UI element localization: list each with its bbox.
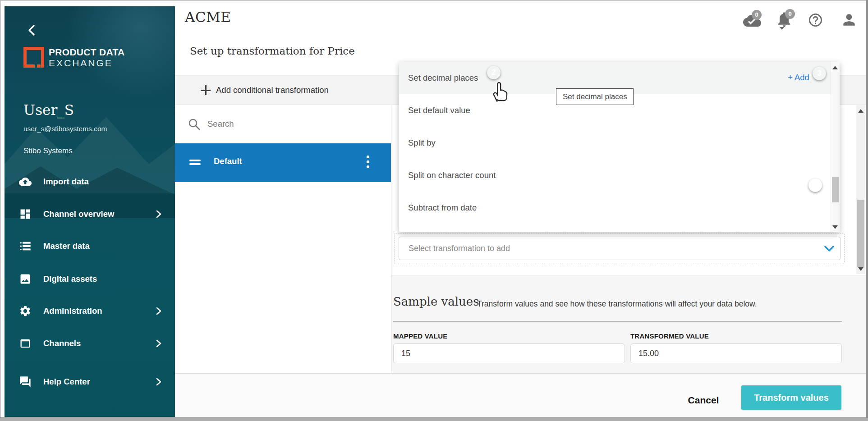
transformation-options-popup: Set decimal placesSet default valueSplit… [399,62,840,232]
user-organization: Stibo Systems [23,146,73,156]
sidebar-item-label: Channel overview [43,209,114,219]
sidebar-item-channel-overview[interactable]: Channel overview [5,198,175,230]
divider [393,321,842,322]
cloud-upload-icon [19,175,32,188]
drag-handle-icon [189,163,201,165]
logo-text-line1: PRODUCT DATA [49,47,124,58]
sidebar-item-digital-assets[interactable]: Digital assets [5,263,175,295]
add-transformation-link[interactable]: + Add [788,73,809,82]
kebab-menu-icon[interactable] [367,156,369,170]
panel-scrollbar-thumb[interactable] [857,200,864,267]
list-item-label: Default [214,156,242,166]
chat-icon [19,375,32,388]
sidebar-item-master-data[interactable]: Master data [5,230,175,262]
window-border [866,0,868,421]
transformed-value-input[interactable] [630,343,842,363]
chevron-down-icon[interactable] [824,246,834,252]
notifications-badge: 0 [785,9,795,19]
list-item-default[interactable]: Default [175,143,391,182]
popup-option-label: Subtract from date [408,203,477,213]
user-email: user_s@stibosystems.com [23,125,107,133]
image-icon [19,273,32,285]
callout-badge-2: 2 [487,66,501,79]
sample-values-description: Transform values and see how these trans… [477,299,757,309]
app-window: PRODUCT DATA EXCHANGE User_S user_s@stib… [0,0,868,421]
popup-option-label: Set decimal places [408,73,478,83]
list-icon [19,240,32,252]
sidebar-item-label: Help Center [43,377,90,387]
scroll-up-arrow-icon[interactable] [832,66,838,69]
sidebar-item-label: Digital assets [43,274,97,284]
window-border [0,417,868,421]
popup-option-split-on-character-count[interactable]: Split on character count [399,159,831,192]
popup-option-list: Set decimal placesSet default valueSplit… [399,62,840,224]
grid-icon [19,208,32,220]
callout-badge-3: 3 [813,67,826,80]
mapped-value-label: MAPPED VALUE [393,332,447,340]
panel-scrollbar[interactable] [856,105,865,274]
plus-icon [200,85,211,96]
option-tooltip: Set decimal places [556,88,634,105]
sidebar-item-import-data[interactable]: Import data [5,165,175,198]
card-icon [19,337,32,350]
help-circle-icon[interactable] [808,12,823,28]
sample-values-title: Sample values [393,295,479,308]
tasks-badge: 0 [752,10,762,20]
sidebar-item-label: Channels [43,339,81,348]
callout-badge-1: 1 [808,178,822,192]
chevron-right-icon [156,339,161,348]
chevron-right-icon [156,210,161,218]
hand-cursor-icon [491,81,508,103]
logo-text-line2: EXCHANGE [49,58,113,69]
cancel-button[interactable]: Cancel [679,389,728,412]
search-input[interactable] [207,115,374,133]
select-transformation-dropdown[interactable]: Select transformation to add [399,237,840,260]
scroll-down-arrow-icon[interactable] [832,225,838,229]
sidebar-item-administration[interactable]: Administration [5,295,175,327]
mapped-value-input[interactable] [393,343,625,363]
popup-option-label: Set default value [408,105,470,115]
window-border [0,0,1,421]
notifications-caret-icon [780,27,784,30]
add-conditional-transformation-button[interactable]: Add conditional transformation [216,85,329,95]
pdx-logo-icon [23,47,44,68]
company-name: ACME [185,9,231,25]
popup-option-label: Split on character count [408,170,496,180]
sidebar-item-label: Master data [43,241,90,251]
gear-icon [19,305,32,317]
sidebar-item-label: Import data [43,177,89,187]
popup-scrollbar[interactable] [831,62,840,232]
drag-handle-icon[interactable] [189,160,201,161]
chevron-right-icon [156,307,161,315]
chevron-right-icon [156,378,161,386]
person-icon[interactable] [840,11,858,28]
popup-option-subtract-from-date[interactable]: Subtract from date [399,192,831,224]
popup-scrollbar-thumb[interactable] [832,177,839,202]
collapse-sidebar-icon[interactable] [27,24,37,36]
sidebar-item-label: Administration [43,306,102,316]
sidebar-item-help-center[interactable]: Help Center [5,366,175,398]
page-title: Set up transformation for Price [190,45,355,57]
popup-option-split-by[interactable]: Split by [399,127,831,159]
user-name: User_S [23,102,74,118]
popup-option-label: Split by [408,138,436,148]
transformed-value-label: TRANSFORMED VALUE [630,332,709,340]
scroll-down-arrow-icon[interactable] [858,267,863,271]
search-row [175,105,391,143]
window-border [0,0,868,1]
sidebar-item-channels[interactable]: Channels [5,327,175,360]
search-icon [188,118,200,130]
sidebar: PRODUCT DATA EXCHANGE User_S user_s@stib… [5,6,175,417]
transform-values-button[interactable]: Transform values [741,385,841,410]
scroll-up-arrow-icon[interactable] [858,109,863,113]
transformation-list-panel: Default [175,105,391,373]
